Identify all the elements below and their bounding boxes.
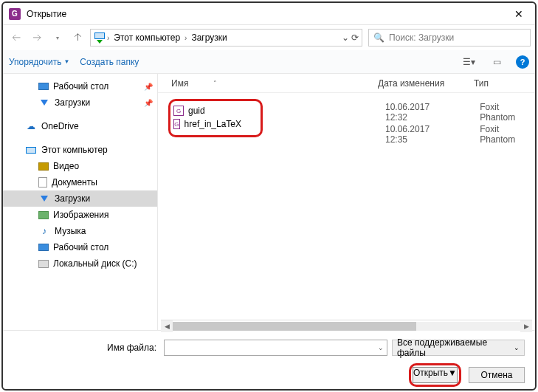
pin-icon: 📌 [144,99,153,107]
download-icon [38,97,50,109]
recent-dropdown[interactable]: ▾ [49,29,66,47]
sidebar-item-desktop-qa[interactable]: Рабочий стол📌 [3,78,157,94]
sidebar-item-desktop[interactable]: Рабочий стол [3,239,157,255]
music-icon: ♪ [38,225,50,237]
scroll-thumb[interactable] [173,322,416,331]
cancel-button[interactable]: Отмена [469,367,525,383]
download-icon [38,193,50,204]
column-type[interactable]: Тип [474,78,535,89]
breadcrumb[interactable]: › Этот компьютер › Загрузки ⌄ ⟳ [90,29,362,47]
chevron-right-icon: › [107,34,109,42]
filetype-filter[interactable]: Все поддерживаемые файлы⌄ [392,340,525,356]
sort-indicator-icon: ˄ [213,80,217,87]
pc-icon [25,144,37,156]
scroll-track[interactable] [173,322,520,331]
file-name: guid [188,106,205,116]
sidebar-item-music[interactable]: ♪Музыка [3,223,157,239]
document-icon [38,177,47,188]
app-icon: G [9,8,21,20]
forward-button[interactable]: 🡢 [28,29,46,47]
footer: Имя файла: ⌄ Все поддерживаемые файлы⌄ О… [3,330,535,389]
up-button[interactable]: 🡡 [69,29,87,47]
file-pane: Имя˄ Дата изменения Тип G guid G href_in… [158,74,535,330]
disk-icon [38,260,49,268]
sidebar-item-video[interactable]: Видео [3,158,157,174]
horizontal-scrollbar[interactable]: ◀ ▶ [161,320,532,331]
open-button[interactable]: Открыть ▼ [413,367,458,383]
sidebar-item-onedrive[interactable]: ☁OneDrive [3,118,157,134]
file-type: Foxit Phantom [480,124,535,145]
crumb-current[interactable]: Загрузки [188,32,230,43]
highlight-box: G guid G href_in_LaTeX [168,99,263,137]
view-options-button[interactable]: ☰▾ [460,53,477,71]
column-date[interactable]: Дата изменения [378,78,474,89]
pin-icon: 📌 [144,83,153,91]
sidebar-item-local-disk[interactable]: Локальный диск (C:) [3,255,157,272]
nav-row: 🡠 🡢 ▾ 🡡 › Этот компьютер › Загрузки ⌄ ⟳ … [3,25,535,50]
onedrive-icon: ☁ [25,120,37,132]
file-type: Foxit Phantom [480,102,535,123]
file-name: href_in_LaTeX [184,119,241,129]
scroll-right-button[interactable]: ▶ [520,320,532,332]
sidebar: Рабочий стол📌 Загрузки📌 ☁OneDrive Этот к… [3,74,158,330]
toolbar: Упорядочить▼ Создать папку ☰▾ ▭ ? [3,50,535,74]
column-headers: Имя˄ Дата изменения Тип [158,74,535,93]
pictures-icon [38,211,49,219]
sidebar-item-pictures[interactable]: Изображения [3,207,157,223]
preview-pane-button[interactable]: ▭ [488,53,506,71]
chevron-down-icon: ⌄ [378,344,384,351]
file-meta: 10.06.2017 12:32 10.06.2017 12:35 Foxit … [385,102,535,145]
scroll-left-button[interactable]: ◀ [161,320,173,332]
crumb-pc[interactable]: Этот компьютер [111,32,183,43]
search-placeholder: Поиск: Загрузки [389,32,454,43]
filename-label: Имя файла: [13,343,159,353]
files-area[interactable]: G guid G href_in_LaTeX 10.06.2017 12:32 … [158,93,535,143]
breadcrumb-dropdown[interactable]: ⌄ ⟳ [342,32,359,43]
pdf-icon: G [173,106,184,116]
file-item[interactable]: G href_in_LaTeX [173,117,241,131]
sidebar-item-downloads-qa[interactable]: Загрузки📌 [3,94,157,111]
back-button[interactable]: 🡠 [7,29,25,47]
search-icon: 🔍 [373,32,384,43]
file-date: 10.06.2017 12:35 [385,124,452,145]
desktop-icon [38,83,49,90]
close-button[interactable]: ✕ [504,4,534,24]
video-icon [38,162,49,171]
help-button[interactable]: ? [516,55,529,69]
pdf-icon: G [173,119,180,129]
sidebar-item-downloads[interactable]: Загрузки [3,190,157,207]
column-name[interactable]: Имя˄ [171,78,378,89]
new-folder-button[interactable]: Создать папку [80,57,139,67]
dialog-window: G Открытие ✕ 🡠 🡢 ▾ 🡡 › Этот компьютер › … [1,1,537,391]
pc-icon [94,32,106,43]
organize-button[interactable]: Упорядочить▼ [9,57,69,67]
highlight-box: Открыть ▼ [409,363,461,387]
filename-input[interactable]: ⌄ [164,340,387,356]
open-dropdown[interactable]: ▼ [448,368,457,382]
chevron-down-icon: ⌄ [514,344,520,351]
body: Рабочий стол📌 Загрузки📌 ☁OneDrive Этот к… [3,74,535,330]
sidebar-item-this-pc[interactable]: Этот компьютер [3,142,157,158]
chevron-right-icon: › [184,34,187,42]
file-date: 10.06.2017 12:32 [385,102,452,123]
file-item[interactable]: G guid [173,104,241,117]
titlebar: G Открытие ✕ [3,3,535,25]
desktop-icon [38,244,49,251]
search-input[interactable]: 🔍 Поиск: Загрузки [368,29,531,47]
sidebar-item-documents[interactable]: Документы [3,174,157,190]
window-title: Открытие [27,9,504,19]
